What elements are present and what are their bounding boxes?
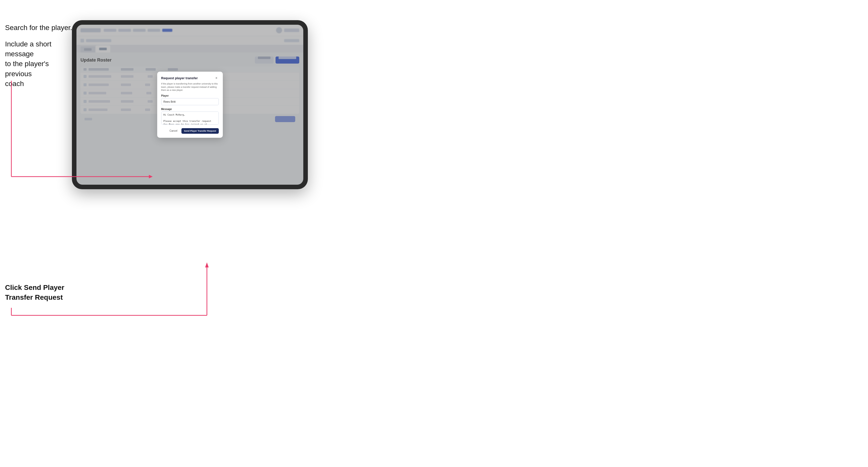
message-field-label: Message <box>161 108 219 111</box>
svg-marker-6 <box>205 262 209 268</box>
transfer-modal: Request player transfer × If the player … <box>157 72 223 138</box>
modal-close-button[interactable]: × <box>214 76 219 80</box>
send-transfer-request-button[interactable]: Send Player Transfer Request <box>181 128 219 134</box>
annotation-message: Include a short messageto the player's p… <box>5 39 71 89</box>
tablet-screen: Update Roster <box>76 25 303 185</box>
annotation-message-text: Include a short messageto the player's p… <box>5 40 52 88</box>
modal-footer: Cancel Send Player Transfer Request <box>161 128 219 134</box>
player-field-label: Player <box>161 94 219 97</box>
modal-header: Request player transfer × <box>161 76 219 80</box>
message-textarea[interactable]: Hi Coach McHarg, Please accept this tran… <box>161 112 219 125</box>
annotation-click-prefix: Click <box>5 284 24 291</box>
annotation-click: Click Send Player Transfer Request <box>5 283 81 302</box>
modal-overlay: Request player transfer × If the player … <box>76 25 303 185</box>
annotation-search: Search for the player. <box>5 23 72 33</box>
modal-title: Request player transfer <box>161 76 198 80</box>
tablet-frame: Update Roster <box>72 20 308 189</box>
modal-description: If the player is transferring from anoth… <box>161 82 219 92</box>
cancel-button[interactable]: Cancel <box>167 128 179 133</box>
player-search-input[interactable] <box>161 98 219 105</box>
